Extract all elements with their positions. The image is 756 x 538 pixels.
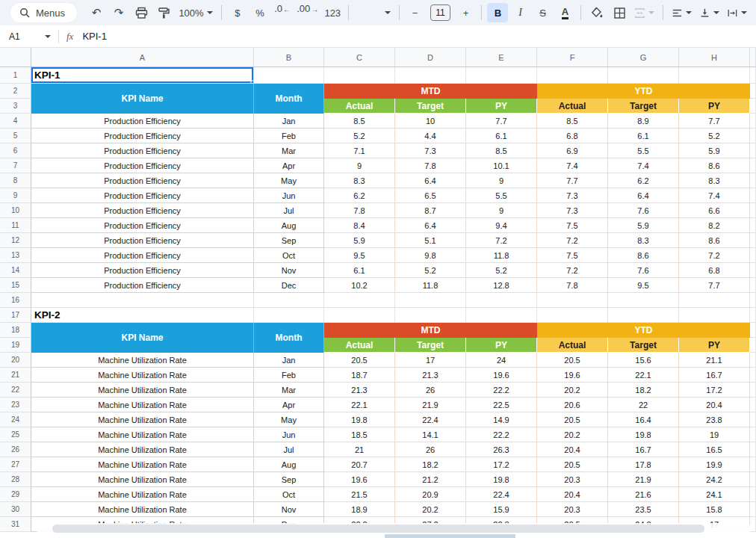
menus-button[interactable]: Menus xyxy=(10,3,77,22)
decrease-decimal-button[interactable]: .0← xyxy=(272,3,293,22)
empty-cell[interactable] xyxy=(750,487,756,502)
value-cell[interactable]: 5.9 xyxy=(679,143,750,158)
row-number-23[interactable]: 23 xyxy=(0,398,31,412)
row-number-5[interactable]: 5 xyxy=(0,129,31,143)
value-cell[interactable]: 24 xyxy=(466,353,537,368)
value-cell[interactable]: 22.2 xyxy=(466,427,537,442)
text-wrap-button[interactable] xyxy=(724,3,750,22)
kpi-name-cell[interactable]: Machine Utilization Rate xyxy=(31,412,254,427)
value-cell[interactable]: 7.8 xyxy=(395,158,466,173)
empty-cell[interactable] xyxy=(537,293,608,308)
value-cell[interactable]: 20.4 xyxy=(537,442,608,457)
kpi-name-cell[interactable]: Machine Utilization Rate xyxy=(31,442,254,457)
merge-cells-button[interactable] xyxy=(631,3,657,22)
empty-cell[interactable] xyxy=(750,173,756,188)
column-header-G[interactable]: G xyxy=(608,48,679,67)
row-number-8[interactable]: 8 xyxy=(0,173,31,188)
empty-cell[interactable] xyxy=(679,293,750,308)
month-cell[interactable]: Sep xyxy=(254,472,324,487)
value-cell[interactable]: 9 xyxy=(324,158,395,173)
increase-font-size-button[interactable]: + xyxy=(455,3,476,22)
value-cell[interactable]: 19 xyxy=(679,427,750,442)
row-number-12[interactable]: 12 xyxy=(0,233,31,248)
value-cell[interactable]: 8.6 xyxy=(608,248,679,263)
header-mtd[interactable]: MTD xyxy=(324,84,537,99)
month-cell[interactable]: Dec xyxy=(254,278,324,293)
month-cell[interactable]: Nov xyxy=(254,502,324,517)
empty-cell[interactable] xyxy=(750,188,756,203)
value-cell[interactable]: 7.5 xyxy=(537,248,608,263)
row-number-7[interactable]: 7 xyxy=(0,158,31,173)
empty-cell[interactable] xyxy=(750,233,756,248)
value-cell[interactable]: 21.2 xyxy=(395,472,466,487)
value-cell[interactable]: 6.9 xyxy=(537,143,608,158)
value-cell[interactable]: 21.3 xyxy=(324,383,395,398)
strikethrough-button[interactable]: S xyxy=(532,3,553,22)
value-cell[interactable]: 20.5 xyxy=(324,353,395,368)
header-ytd-target[interactable]: Target xyxy=(608,99,679,114)
header-mtd-target[interactable]: Target xyxy=(395,99,466,114)
text-color-button[interactable]: A xyxy=(554,3,575,22)
value-cell[interactable]: 7.3 xyxy=(537,188,608,203)
redo-button[interactable]: ↷ xyxy=(108,3,129,22)
kpi-name-cell[interactable]: Machine Utilization Rate xyxy=(31,487,254,502)
empty-cell[interactable] xyxy=(750,278,756,293)
row-number-1[interactable]: 1 xyxy=(0,67,31,84)
value-cell[interactable]: 21 xyxy=(324,442,395,457)
empty-cell[interactable] xyxy=(750,457,756,472)
value-cell[interactable]: 20.7 xyxy=(324,457,395,472)
empty-cell[interactable] xyxy=(395,293,466,308)
empty-cell[interactable] xyxy=(750,412,756,427)
kpi-name-cell[interactable]: Production Efficiency xyxy=(31,233,254,248)
paint-format-button[interactable] xyxy=(153,3,174,22)
value-cell[interactable]: 9.5 xyxy=(324,248,395,263)
value-cell[interactable]: 8.5 xyxy=(466,143,537,158)
value-cell[interactable]: 7.7 xyxy=(466,114,537,129)
format-percent-button[interactable]: % xyxy=(250,3,270,22)
empty-cell[interactable] xyxy=(608,293,679,308)
row-number-24[interactable]: 24 xyxy=(0,412,31,427)
empty-cell[interactable] xyxy=(466,67,537,84)
header-mtd[interactable]: MTD xyxy=(324,323,537,338)
kpi-name-cell[interactable]: Production Efficiency xyxy=(31,173,254,188)
bold-button[interactable]: B xyxy=(487,3,508,22)
value-cell[interactable]: 23.8 xyxy=(679,412,750,427)
empty-cell[interactable] xyxy=(750,114,756,129)
kpi-name-cell[interactable]: Production Efficiency xyxy=(31,218,254,233)
empty-cell[interactable] xyxy=(750,143,756,158)
empty-cell[interactable] xyxy=(750,368,756,383)
value-cell[interactable]: 21.9 xyxy=(608,472,679,487)
value-cell[interactable]: 22 xyxy=(608,398,679,412)
value-cell[interactable]: 20.2 xyxy=(537,383,608,398)
row-number-21[interactable]: 21 xyxy=(0,368,31,383)
column-header-E[interactable]: E xyxy=(466,48,537,67)
empty-cell[interactable] xyxy=(750,338,756,353)
empty-cell[interactable] xyxy=(750,398,756,412)
row-number-29[interactable]: 29 xyxy=(0,487,31,502)
row-number-13[interactable]: 13 xyxy=(0,248,31,263)
value-cell[interactable]: 15.6 xyxy=(608,353,679,368)
value-cell[interactable]: 6.6 xyxy=(679,203,750,218)
row-number-9[interactable]: 9 xyxy=(0,188,31,203)
kpi-name-cell[interactable]: Machine Utilization Rate xyxy=(31,472,254,487)
value-cell[interactable]: 7.3 xyxy=(395,143,466,158)
empty-cell[interactable] xyxy=(750,308,756,323)
header-ytd-actual[interactable]: Actual xyxy=(537,99,608,114)
table-title-KPI-1[interactable]: KPI-1 xyxy=(31,67,254,84)
kpi-name-cell[interactable]: Production Efficiency xyxy=(31,263,254,278)
empty-cell[interactable] xyxy=(324,67,395,84)
value-cell[interactable]: 7.5 xyxy=(537,218,608,233)
value-cell[interactable]: 22.2 xyxy=(466,383,537,398)
row-number-20[interactable]: 20 xyxy=(0,353,31,368)
value-cell[interactable]: 21.6 xyxy=(608,487,679,502)
value-cell[interactable]: 22.1 xyxy=(608,368,679,383)
row-number-4[interactable]: 4 xyxy=(0,114,31,129)
value-cell[interactable]: 8.7 xyxy=(395,203,466,218)
value-cell[interactable]: 7.6 xyxy=(608,263,679,278)
header-mtd-target[interactable]: Target xyxy=(395,338,466,353)
value-cell[interactable]: 24.2 xyxy=(679,472,750,487)
value-cell[interactable]: 7.7 xyxy=(537,173,608,188)
italic-button[interactable]: I xyxy=(509,3,530,22)
empty-cell[interactable] xyxy=(466,293,537,308)
kpi-name-cell[interactable]: Machine Utilization Rate xyxy=(31,368,254,383)
